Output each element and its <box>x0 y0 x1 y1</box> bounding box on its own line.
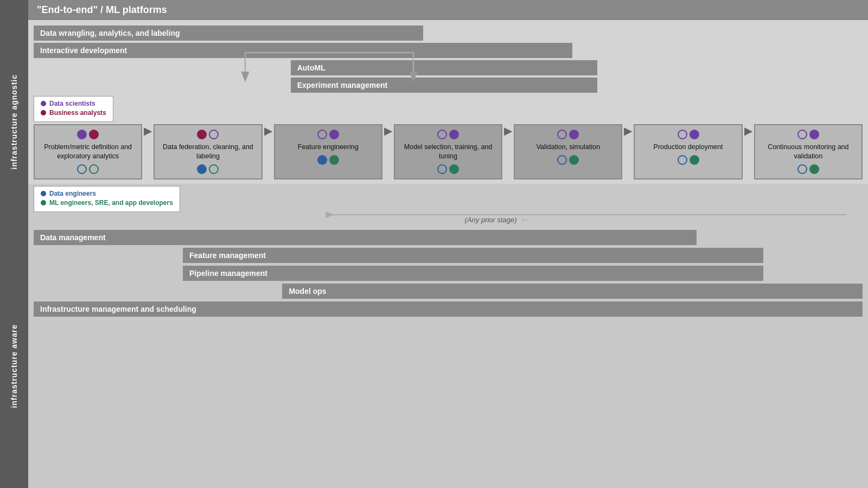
pipeline-step-5: Validation, simulation <box>514 124 622 179</box>
step3-text: Feature engineering <box>278 143 378 152</box>
infra-agnostic-label: infrastructure agnostic <box>0 0 28 244</box>
step4-top-dots <box>398 130 498 139</box>
interactive-dev-bar: Interactive development <box>34 43 572 58</box>
step4-bottom-dots <box>398 164 498 174</box>
title-text: "End-to-end" / ML platforms <box>37 4 167 15</box>
legend-box-bottom-wrapper: Data engineers ML engineers, SRE, and ap… <box>34 186 180 212</box>
upper-bars: Data wrangling, analytics, and labeling … <box>34 23 863 96</box>
pipeline-step-6: Production deployment <box>634 124 742 179</box>
pipeline-step-3: Feature engineering <box>274 124 382 179</box>
lower-bar-row-2: Feature management <box>34 248 863 263</box>
circle-green-filled <box>449 164 459 174</box>
bar-row-4: Experiment management <box>34 78 863 93</box>
circle-blue-outline <box>678 155 687 165</box>
circle-purple-filled <box>329 130 339 139</box>
bar-row-3: AutoML <box>34 60 863 75</box>
pipeline-management-bar: Pipeline management <box>183 266 763 281</box>
lower-bar-row-4: Model ops <box>34 284 863 299</box>
blue-dot-icon <box>41 191 46 196</box>
lower-bars: Data management Feature management Pip <box>34 227 863 320</box>
circle-purple-filled <box>690 130 699 139</box>
step7-bottom-dots <box>758 164 858 174</box>
step4-text: Model selection, training, and tuning <box>398 143 498 161</box>
step7-text: Continuous monitoring and validation <box>758 143 858 161</box>
circle-green-outline <box>209 164 219 174</box>
pipeline-step-4: Model selection, training, and tuning <box>394 124 502 179</box>
any-prior-stage: (Any prior stage) ← <box>465 214 530 226</box>
step2-text: Data federation, cleaning, and labeling <box>158 143 258 161</box>
main-container: infrastructure agnostic infrastructure a… <box>0 0 868 488</box>
infrastructure-management-bar: Infrastructure management and scheduling <box>34 301 863 317</box>
bar-row-1: Data wrangling, analytics, and labeling <box>34 25 863 41</box>
circle-purple-filled <box>449 130 459 139</box>
model-ops-bar: Model ops <box>282 284 863 299</box>
circle-green-filled <box>690 155 699 165</box>
infra-aware-label: infrastructure aware <box>0 244 28 488</box>
circle-blue-outline <box>557 155 567 165</box>
step2-top-dots <box>158 130 258 139</box>
step6-top-dots <box>638 130 738 139</box>
pipeline-step-7: Continuous monitoring and validation <box>754 124 863 179</box>
circle-blue-filled <box>317 155 327 165</box>
legend-data-scientists: Data scientists <box>41 100 106 107</box>
experiment-mgmt-bar: Experiment management <box>291 78 597 93</box>
pipeline-steps-row: Problem/metric definition and explorator… <box>34 124 863 179</box>
legend-data-engineers: Data engineers <box>41 190 173 197</box>
title-bar: "End-to-end" / ML platforms <box>28 0 868 20</box>
lower-bar-row-3: Pipeline management <box>34 266 863 281</box>
step5-bottom-dots <box>518 155 618 165</box>
circle-blue-outline <box>77 164 87 174</box>
any-prior-label: (Any prior stage) <box>465 216 517 224</box>
arrow-4: ▶ <box>502 124 514 179</box>
legend-box-bottom: Data engineers ML engineers, SRE, and ap… <box>34 186 180 212</box>
lower-section: Data management Feature management Pip <box>28 184 868 488</box>
circle-purple-outline <box>678 130 687 139</box>
step2-bottom-dots <box>158 164 258 174</box>
step1-bottom-dots <box>38 164 138 174</box>
circle-blue-outline <box>437 164 447 174</box>
arrow-6: ▶ <box>743 124 754 179</box>
circle-purple-outline <box>317 130 327 139</box>
maroon-dot-icon <box>41 110 46 115</box>
arrow-3: ▶ <box>382 124 394 179</box>
circle-maroon-filled <box>197 130 207 139</box>
circle-purple-filled <box>569 130 579 139</box>
automl-bar: AutoML <box>291 60 597 75</box>
circle-green-outline <box>89 164 99 174</box>
lower-bar-row-5: Infrastructure management and scheduling <box>34 301 863 317</box>
circle-purple-outline <box>797 130 807 139</box>
arrow-1: ▶ <box>142 124 154 179</box>
legend-box-top: Data scientists Business analysts <box>34 96 113 122</box>
circle-green-filled <box>569 155 579 165</box>
data-engineers-label: Data engineers <box>49 190 96 197</box>
purple-dot-icon <box>41 101 46 106</box>
arrow-5: ▶ <box>622 124 634 179</box>
step6-text: Production deployment <box>638 143 738 152</box>
step6-bottom-dots <box>638 155 738 165</box>
step3-top-dots <box>278 130 378 139</box>
data-wrangling-bar: Data wrangling, analytics, and labeling <box>34 25 423 41</box>
legend-business-analysts: Business analysts <box>41 109 106 117</box>
circle-green-filled <box>329 155 339 165</box>
pipeline-step-1: Problem/metric definition and explorator… <box>34 124 142 179</box>
circle-maroon-filled <box>89 130 99 139</box>
circle-purple-filled <box>77 130 87 139</box>
circle-purple-filled <box>809 130 819 139</box>
step1-text: Problem/metric definition and explorator… <box>38 143 138 161</box>
pipeline-step-2: Data federation, cleaning, and labeling <box>154 124 262 179</box>
bar-row-2: Interactive development <box>34 43 863 58</box>
circle-blue-filled <box>197 164 207 174</box>
step5-top-dots <box>518 130 618 139</box>
ml-engineers-label: ML engineers, SRE, and app developers <box>49 199 173 207</box>
lower-bar-row-1: Data management <box>34 230 863 245</box>
any-prior-arrow-icon: ← <box>520 214 530 226</box>
circle-purple-outline <box>209 130 219 139</box>
circle-purple-outline <box>557 130 567 139</box>
left-strip: infrastructure agnostic infrastructure a… <box>0 0 28 488</box>
legend-ml-engineers: ML engineers, SRE, and app developers <box>41 199 173 207</box>
pipeline-area: Data scientists Business analysts <box>34 96 863 179</box>
step1-top-dots <box>38 130 138 139</box>
arrow-2: ▶ <box>263 124 274 179</box>
feature-management-bar: Feature management <box>183 248 763 263</box>
circle-green-filled <box>809 164 819 174</box>
